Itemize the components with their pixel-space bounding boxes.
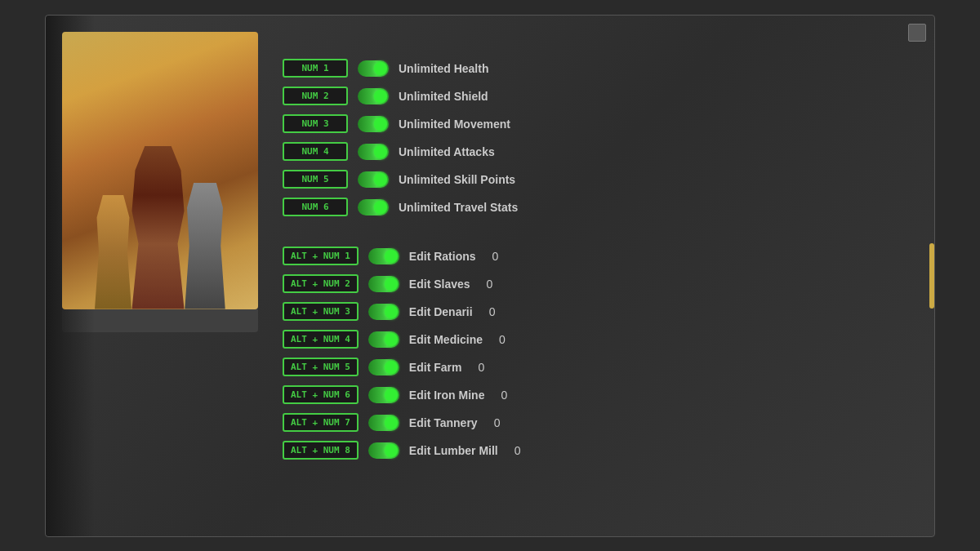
- game-cover: [62, 32, 258, 309]
- toggle-row: NUM 2 Unlimited Shield: [283, 84, 918, 109]
- figure-right: [183, 183, 228, 309]
- toggle-label: Unlimited Attacks: [399, 145, 495, 158]
- scrollbar[interactable]: [929, 243, 934, 309]
- edit-value[interactable]: 0: [478, 361, 494, 374]
- toggle-row: NUM 6 Unlimited Travel Stats: [283, 195, 918, 220]
- right-panel: NUM 1 Unlimited Health NUM 2 Unlimited S…: [283, 32, 918, 520]
- edit-label: Edit Lumber Mill: [409, 444, 498, 457]
- main-window: NUM 1 Unlimited Health NUM 2 Unlimited S…: [45, 15, 935, 537]
- edit-label: Edit Slaves: [409, 278, 470, 291]
- hotkey-badge: NUM 5: [283, 170, 348, 189]
- toggle-switch[interactable]: [368, 248, 399, 264]
- hotkey-badge: ALT + NUM 3: [283, 302, 359, 321]
- edit-value[interactable]: 0: [494, 416, 510, 429]
- toggle-switch[interactable]: [368, 387, 399, 403]
- toggle-switch[interactable]: [368, 304, 399, 320]
- edit-row: ALT + NUM 1 Edit Rations 0: [283, 244, 918, 269]
- hotkey-badge: NUM 2: [283, 87, 348, 105]
- edit-label: Edit Tannery: [409, 416, 478, 429]
- edit-value[interactable]: 0: [499, 333, 515, 346]
- figure-main: [126, 146, 191, 309]
- toggle-row: NUM 1 Unlimited Health: [283, 56, 918, 81]
- toggle-switch[interactable]: [358, 116, 389, 132]
- toggle-row: NUM 5 Unlimited Skill Points: [283, 167, 918, 192]
- toggle-label: Unlimited Travel Stats: [399, 201, 518, 214]
- edit-section: ALT + NUM 1 Edit Rations 0 ALT + NUM 2 E…: [283, 244, 918, 463]
- edit-value[interactable]: 0: [514, 444, 531, 457]
- toggle-switch[interactable]: [358, 171, 389, 188]
- toggle-switch[interactable]: [358, 199, 389, 216]
- toggle-switch[interactable]: [358, 60, 389, 77]
- hotkey-badge: ALT + NUM 2: [283, 274, 359, 293]
- edit-value[interactable]: 0: [487, 278, 503, 291]
- toggle-row: NUM 3 Unlimited Movement: [283, 112, 918, 136]
- edit-row: ALT + NUM 8 Edit Lumber Mill 0: [283, 438, 918, 463]
- hotkey-badge: NUM 1: [283, 59, 348, 78]
- toggle-switch[interactable]: [368, 359, 399, 375]
- edit-row: ALT + NUM 5 Edit Farm 0: [283, 355, 918, 380]
- hotkey-badge: NUM 6: [283, 198, 348, 216]
- edit-label: Edit Denarii: [409, 305, 473, 318]
- hotkey-badge: ALT + NUM 4: [283, 330, 359, 349]
- toggle-switch[interactable]: [358, 88, 389, 104]
- hotkey-badge: NUM 4: [283, 142, 348, 161]
- hotkey-badge: ALT + NUM 8: [283, 441, 359, 460]
- cover-figures: [62, 113, 258, 309]
- edit-label: Edit Rations: [409, 250, 476, 263]
- edit-label: Edit Iron Mine: [409, 389, 485, 402]
- edit-row: ALT + NUM 6 Edit Iron Mine 0: [283, 383, 918, 407]
- edit-label: Edit Farm: [409, 361, 462, 374]
- toggle-label: Unlimited Movement: [399, 118, 510, 131]
- toggle-label: Unlimited Health: [399, 62, 488, 75]
- toggle-label: Unlimited Shield: [399, 90, 488, 103]
- toggle-row: NUM 4 Unlimited Attacks: [283, 140, 918, 164]
- hotkey-badge: ALT + NUM 6: [283, 385, 359, 404]
- close-button[interactable]: [908, 24, 926, 42]
- toggle-switch[interactable]: [358, 144, 389, 160]
- edit-row: ALT + NUM 7 Edit Tannery 0: [283, 411, 918, 435]
- edit-value[interactable]: 0: [489, 305, 506, 318]
- edit-row: ALT + NUM 3 Edit Denarii 0: [283, 300, 918, 324]
- toggle-switch[interactable]: [368, 276, 399, 292]
- edit-value[interactable]: 0: [492, 250, 509, 263]
- hotkey-badge: ALT + NUM 5: [283, 358, 359, 376]
- hotkey-badge: ALT + NUM 7: [283, 413, 359, 432]
- toggle-switch[interactable]: [368, 415, 399, 431]
- toggle-switch[interactable]: [368, 331, 399, 348]
- figure-left: [93, 195, 134, 309]
- edit-label: Edit Medicine: [409, 333, 483, 346]
- toggle-switch[interactable]: [368, 442, 399, 459]
- hotkey-badge: NUM 3: [283, 114, 348, 133]
- hotkey-badge: ALT + NUM 1: [283, 247, 359, 265]
- edit-value[interactable]: 0: [501, 389, 517, 402]
- edit-row: ALT + NUM 2 Edit Slaves 0: [283, 272, 918, 296]
- toggles-section: NUM 1 Unlimited Health NUM 2 Unlimited S…: [283, 56, 918, 220]
- edit-row: ALT + NUM 4 Edit Medicine 0: [283, 327, 918, 352]
- toggle-label: Unlimited Skill Points: [399, 173, 515, 186]
